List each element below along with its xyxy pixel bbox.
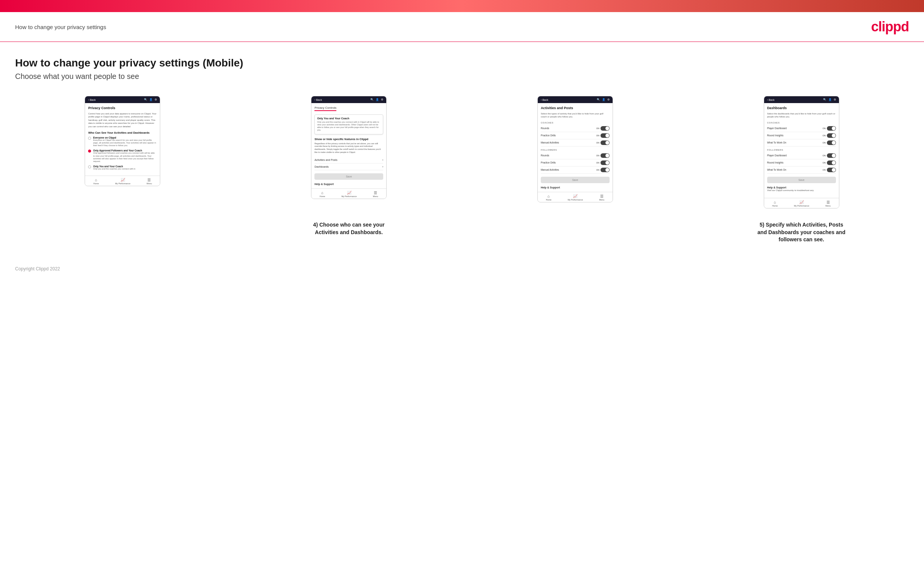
- search-icon-4[interactable]: 🔍: [823, 98, 827, 101]
- nav-performance-2[interactable]: 📈 My Performance: [341, 191, 356, 198]
- toggle-manual-followers-switch[interactable]: [601, 168, 610, 172]
- menu-item-activities[interactable]: Activities and Posts ›: [314, 157, 383, 163]
- menu-icon-4: ☰: [827, 200, 830, 204]
- rounds-followers-label: Rounds: [541, 154, 549, 157]
- phone-body-3: Activities and Posts Select the types of…: [538, 103, 612, 192]
- sub-title-1: Who Can See Your Activities and Dashboar…: [88, 131, 157, 134]
- activities-arrow: ›: [383, 159, 383, 161]
- option-approved-desc: Only approved followers and coaches you …: [93, 152, 157, 163]
- settings-icon-3[interactable]: ⚙: [607, 98, 610, 101]
- performance-icon-2: 📈: [347, 191, 351, 195]
- performance-icon-3: 📈: [573, 194, 577, 198]
- nav-icons-2: 🔍 👤 ⚙: [370, 98, 383, 101]
- nav-home-1[interactable]: ⌂ Home: [93, 178, 99, 185]
- nav-menu-1[interactable]: ☰ Menu: [147, 178, 152, 185]
- home-icon-2: ⌂: [321, 191, 323, 195]
- nav-performance-1[interactable]: 📈 My Performance: [115, 178, 130, 185]
- round-insights-coaches-status: ON: [822, 134, 825, 137]
- nav-home-3[interactable]: ⌂ Home: [546, 194, 551, 201]
- bottom-nav-3: ⌂ Home 📈 My Performance ☰ Menu: [538, 192, 612, 202]
- toggle-drills-coaches-container: ON: [596, 133, 610, 138]
- coaches-label-4: COACHES: [767, 122, 836, 124]
- tab-label-2[interactable]: Privacy Controls: [314, 106, 336, 111]
- nav-menu-3[interactable]: ☰ Menu: [599, 194, 605, 201]
- nav-home-4[interactable]: ⌂ Home: [772, 200, 778, 207]
- toggle-manual-followers: Manual Activities ON: [541, 166, 610, 174]
- toggle-manual-coaches-switch[interactable]: [601, 140, 610, 145]
- phone-mockup-4: ‹ Back 🔍 👤 ⚙ Dashboards Select the dashb…: [764, 96, 839, 208]
- coaches-label-3: COACHES: [541, 122, 610, 124]
- home-icon-3: ⌂: [548, 194, 550, 198]
- caption-1-wrapper: 4) Choose who can see your Activities an…: [241, 216, 457, 243]
- nav-performance-3[interactable]: 📈 My Performance: [568, 194, 583, 201]
- profile-icon-1[interactable]: 👤: [149, 98, 153, 101]
- followers-label-4: FOLLOWERS: [767, 149, 836, 151]
- toggle-player-dash-followers-switch[interactable]: [827, 153, 836, 158]
- rounds-coaches-status: ON: [596, 127, 599, 129]
- home-label-1: Home: [93, 182, 99, 185]
- toggle-drills-followers-container: ON: [596, 161, 610, 165]
- nav-performance-4[interactable]: 📈 My Performance: [794, 200, 809, 207]
- search-icon-3[interactable]: 🔍: [597, 98, 600, 101]
- nav-home-2[interactable]: ⌂ Home: [320, 191, 325, 198]
- profile-icon-4[interactable]: 👤: [829, 98, 832, 101]
- option-coach-only[interactable]: Only You and Your Coach Only you and the…: [88, 165, 157, 170]
- back-button-3[interactable]: ‹ Back: [541, 98, 548, 101]
- toggle-player-dash-coaches: Player Dashboard ON: [767, 125, 836, 132]
- back-button-4[interactable]: ‹ Back: [767, 98, 775, 101]
- toggle-rounds-coaches-switch[interactable]: [601, 126, 610, 131]
- nav-menu-2[interactable]: ☰ Menu: [373, 191, 378, 198]
- show-hide-desc-2: Regardless of the privacy controls that …: [314, 142, 383, 154]
- help-section-4: Help & Support: [767, 186, 836, 189]
- toggle-drills-coaches-switch[interactable]: [601, 133, 610, 138]
- round-insights-followers-status: ON: [822, 162, 825, 164]
- home-icon-1: ⌂: [95, 178, 97, 182]
- save-button-3[interactable]: Save: [541, 177, 610, 183]
- round-insights-followers-label: Round Insights: [767, 161, 783, 164]
- radio-coach-only: [88, 165, 91, 168]
- radio-approved: [88, 150, 91, 153]
- toggle-rounds-followers-switch[interactable]: [601, 153, 610, 158]
- back-button-1[interactable]: ‹ Back: [88, 98, 95, 101]
- toggle-work-on-followers-switch[interactable]: [827, 168, 836, 172]
- option-approved[interactable]: Only Approved Followers and Your Coach O…: [88, 149, 157, 163]
- toggle-drills-followers-switch[interactable]: [601, 161, 610, 165]
- manual-coaches-status: ON: [596, 142, 599, 144]
- settings-icon-1[interactable]: ⚙: [155, 98, 157, 101]
- option-everyone[interactable]: Everyone on Clippd Everyone on Clippd ca…: [88, 136, 157, 147]
- profile-icon-2[interactable]: 👤: [376, 98, 379, 101]
- popup-desc-2: Only you and the coaches you connect wit…: [317, 121, 381, 132]
- manual-followers-label: Manual Activities: [541, 168, 559, 171]
- home-icon-4: ⌂: [774, 200, 776, 204]
- save-button-4[interactable]: Save: [767, 177, 836, 183]
- toggle-manual-followers-container: ON: [596, 168, 610, 172]
- performance-label-3: My Performance: [568, 198, 583, 201]
- work-on-followers-label: What To Work On: [767, 168, 787, 171]
- toggle-work-on-coaches-switch[interactable]: [827, 140, 836, 145]
- save-button-2[interactable]: Save: [314, 173, 383, 180]
- phone-mockup-1: ‹ Back 🔍 👤 ⚙ Privacy Controls Control ho…: [85, 96, 160, 186]
- section-title-1: Privacy Controls: [88, 106, 157, 110]
- toggle-round-insights-coaches-switch[interactable]: [827, 133, 836, 138]
- bottom-nav-4: ⌂ Home 📈 My Performance ☰ Menu: [764, 198, 839, 208]
- search-icon-2[interactable]: 🔍: [370, 98, 374, 101]
- menu-icon-2: ☰: [374, 191, 377, 195]
- settings-icon-2[interactable]: ⚙: [381, 98, 383, 101]
- toggle-round-insights-followers-switch[interactable]: [827, 161, 836, 165]
- menu-item-dashboards[interactable]: Dashboards ›: [314, 163, 383, 170]
- option-coach-only-desc: Only you and the coaches you connect wit…: [93, 168, 135, 170]
- activities-label: Activities and Posts: [314, 159, 338, 161]
- search-icon-1[interactable]: 🔍: [144, 98, 147, 101]
- toggle-round-insights-coaches: Round Insights ON: [767, 132, 836, 139]
- phone-body-4: Dashboards Select the dashboards that yo…: [764, 103, 839, 198]
- settings-icon-4[interactable]: ⚙: [834, 98, 836, 101]
- toggle-drills-coaches: Practice Drills ON: [541, 132, 610, 139]
- toggle-player-dash-coaches-switch[interactable]: [827, 126, 836, 131]
- nav-menu-4[interactable]: ☰ Menu: [825, 200, 831, 207]
- back-button-2[interactable]: ‹ Back: [314, 98, 322, 101]
- player-dash-followers-status: ON: [822, 155, 825, 157]
- drills-coaches-status: ON: [596, 134, 599, 137]
- profile-icon-3[interactable]: 👤: [602, 98, 606, 101]
- toggle-rounds-followers: Rounds ON: [541, 152, 610, 160]
- description-1: Control how you and your data appears to…: [88, 112, 157, 128]
